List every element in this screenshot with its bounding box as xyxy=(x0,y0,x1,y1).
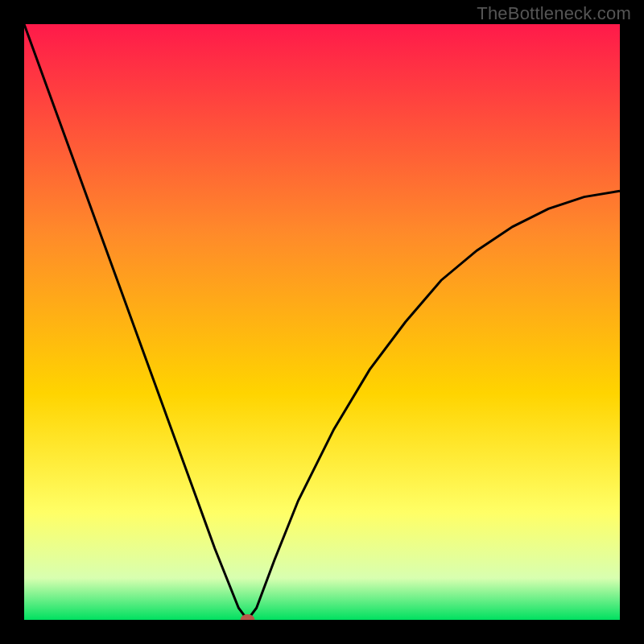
bottleneck-chart xyxy=(0,0,644,644)
chart-container: TheBottleneck.com xyxy=(0,0,644,644)
plot-background xyxy=(24,24,620,620)
watermark-text: TheBottleneck.com xyxy=(477,3,631,24)
